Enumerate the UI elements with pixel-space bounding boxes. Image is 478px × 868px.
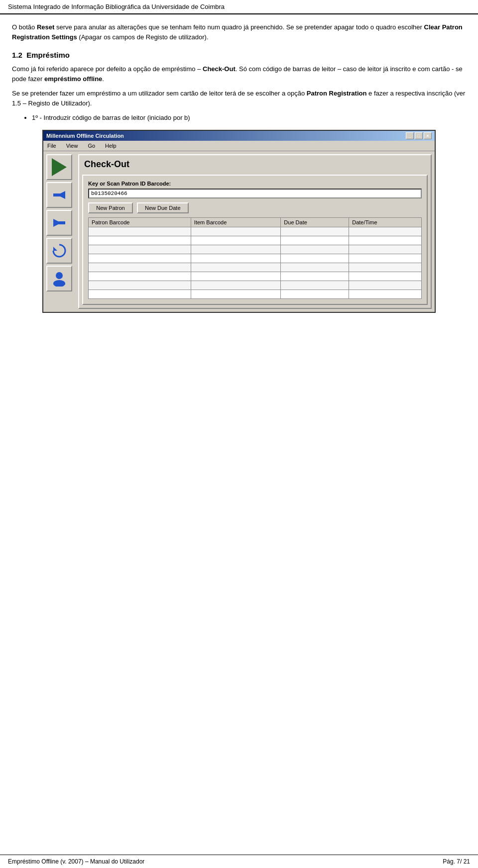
checkout-table: Patron Barcode Item Barcode Due Date Dat… xyxy=(88,217,422,299)
refresh-button[interactable] xyxy=(46,238,72,264)
app-title: Millennium Offline Circulation xyxy=(46,133,124,139)
titlebar-buttons: _ □ × xyxy=(406,132,432,139)
table-body xyxy=(89,227,422,298)
paragraph-2: Se se pretender fazer um empréstimo a um… xyxy=(12,89,466,108)
patron-id-input[interactable] xyxy=(88,189,422,198)
back-button[interactable] xyxy=(46,182,72,208)
col-due-date: Due Date xyxy=(281,217,349,227)
app-titlebar: Millennium Offline Circulation _ □ × xyxy=(43,131,435,141)
col-datetime: Date/Time xyxy=(349,217,422,227)
intro-paragraph: O botão Reset serve para anular as alter… xyxy=(12,22,466,42)
table-row xyxy=(89,263,422,272)
user-icon xyxy=(50,270,68,288)
back-arrow-icon xyxy=(50,186,68,204)
forward-button[interactable] xyxy=(46,210,72,236)
col-item-barcode: Item Barcode xyxy=(191,217,280,227)
svg-marker-4 xyxy=(53,247,57,251)
menu-help[interactable]: Help xyxy=(103,142,119,150)
table-row xyxy=(89,236,422,245)
header-title: Sistema Integrado de Informação Bibliogr… xyxy=(8,3,225,10)
bullet-list: 1º - Introduzir código de barras de leit… xyxy=(32,113,466,123)
svg-point-5 xyxy=(56,272,63,279)
svg-rect-1 xyxy=(53,193,60,196)
menu-go[interactable]: Go xyxy=(86,142,97,150)
list-item: 1º - Introduzir código de barras de leit… xyxy=(32,113,466,123)
table-row xyxy=(89,227,422,236)
col-patron-barcode: Patron Barcode xyxy=(89,217,191,227)
action-buttons-row: New Patron New Due Date xyxy=(88,202,422,213)
app-menubar: File View Go Help xyxy=(43,141,435,151)
table-row xyxy=(89,281,422,289)
svg-point-6 xyxy=(53,280,65,287)
table-row xyxy=(89,245,422,254)
play-button[interactable] xyxy=(46,154,72,180)
checkout-title: Check-Out xyxy=(79,155,431,172)
forward-arrow-icon xyxy=(50,214,68,232)
table-row xyxy=(89,289,422,298)
menu-file[interactable]: File xyxy=(45,142,58,150)
page-header: Sistema Integrado de Informação Bibliogr… xyxy=(0,0,478,14)
patron-id-label: Key or Scan Patron ID Barcode: xyxy=(88,181,422,187)
paragraph-1: Como já foi referido aparece por defeito… xyxy=(12,64,466,84)
main-panel: Check-Out Key or Scan Patron ID Barcode:… xyxy=(78,154,432,309)
table-row xyxy=(89,272,422,281)
sidebar-buttons xyxy=(46,154,75,309)
table-header: Patron Barcode Item Barcode Due Date Dat… xyxy=(89,217,422,227)
new-patron-button[interactable]: New Patron xyxy=(88,202,133,213)
table-row xyxy=(89,254,422,263)
section-heading: 1.2 Empréstimo xyxy=(12,51,466,59)
checkout-inner: Key or Scan Patron ID Barcode: New Patro… xyxy=(82,175,428,305)
maximize-button[interactable]: □ xyxy=(415,132,423,139)
minimize-button[interactable]: _ xyxy=(406,132,414,139)
app-screenshot: Millennium Offline Circulation _ □ × Fil… xyxy=(42,130,436,313)
user-button[interactable] xyxy=(46,266,72,291)
table-header-row: Patron Barcode Item Barcode Due Date Dat… xyxy=(89,217,422,227)
refresh-icon xyxy=(50,242,68,260)
close-button[interactable]: × xyxy=(424,132,432,139)
new-due-date-button[interactable]: New Due Date xyxy=(137,202,189,213)
menu-view[interactable]: View xyxy=(64,142,80,150)
app-body: Check-Out Key or Scan Patron ID Barcode:… xyxy=(43,151,435,312)
svg-rect-3 xyxy=(58,221,65,224)
page-content: O botão Reset serve para anular as alter… xyxy=(0,14,478,348)
play-icon xyxy=(50,158,68,176)
